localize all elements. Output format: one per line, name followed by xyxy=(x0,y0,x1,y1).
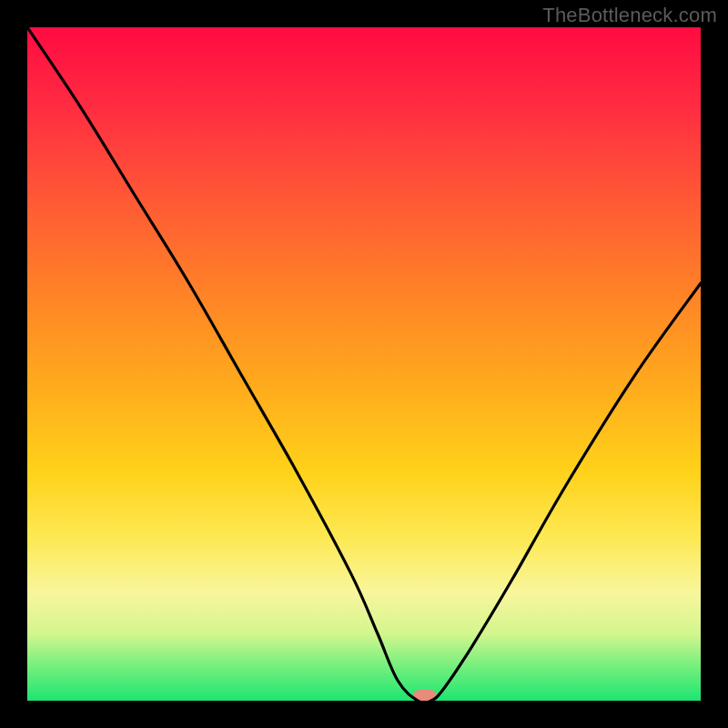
plot-area xyxy=(27,27,701,701)
bottleneck-curve xyxy=(27,27,701,701)
curve-path xyxy=(27,27,701,701)
chart-frame: TheBottleneck.com xyxy=(0,0,728,728)
watermark-text: TheBottleneck.com xyxy=(542,4,717,27)
